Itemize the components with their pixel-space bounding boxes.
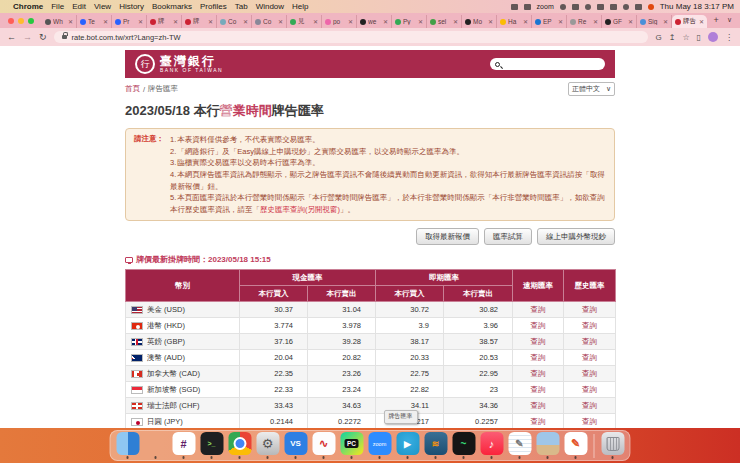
control-center-icon[interactable]: [635, 4, 642, 10]
back-button[interactable]: ←: [7, 32, 16, 42]
dock-item-telegram[interactable]: ▶: [396, 432, 420, 459]
bookmark-star-icon[interactable]: ☆: [682, 33, 689, 42]
rate-calculator-button[interactable]: 匯率試算: [484, 228, 532, 245]
browser-menu-icon[interactable]: ⋮: [725, 33, 733, 42]
browser-tab-6[interactable]: Co✕: [252, 15, 287, 28]
dock-item-finder[interactable]: [116, 432, 140, 459]
forward-query-link[interactable]: 查詢: [531, 417, 546, 426]
spotlight-icon[interactable]: [623, 4, 629, 10]
tab-close-icon[interactable]: ✕: [663, 18, 668, 25]
camera-icon[interactable]: [560, 4, 566, 10]
minimize-window-button[interactable]: [18, 18, 24, 24]
dock-item-preview[interactable]: [536, 432, 560, 459]
wifi-icon[interactable]: [572, 4, 579, 10]
record-indicator-icon[interactable]: [648, 4, 654, 10]
browser-tab-5[interactable]: Co✕: [217, 15, 252, 28]
menu-item-history[interactable]: History: [119, 2, 144, 11]
browser-tab-16[interactable]: GF✕: [602, 15, 637, 28]
dock-item-terminal[interactable]: >_: [200, 432, 224, 459]
browser-tab-4[interactable]: 牌✕: [182, 15, 217, 28]
history-query-link[interactable]: 查詢: [582, 321, 597, 330]
shield-icon[interactable]: [524, 4, 531, 10]
tab-close-icon[interactable]: ✕: [313, 18, 318, 25]
browser-tab-3[interactable]: 牌✕: [147, 15, 182, 28]
dock-item-textedit[interactable]: ✎: [508, 432, 532, 459]
url-text[interactable]: rate.bot.com.tw/xrt?Lang=zh-TW: [72, 33, 181, 42]
breadcrumb-home-link[interactable]: 首頁: [125, 84, 140, 94]
tab-close-icon[interactable]: ✕: [278, 18, 283, 25]
menu-item-chrome[interactable]: Chrome: [13, 2, 43, 11]
menu-clock[interactable]: Thu May 18 3:17 PM: [660, 2, 734, 11]
forward-query-link[interactable]: 查詢: [531, 321, 546, 330]
browser-tab-7[interactable]: 見✕: [287, 15, 322, 28]
site-search-input[interactable]: [490, 58, 605, 70]
menu-item-help[interactable]: Help: [292, 2, 308, 11]
tab-close-icon[interactable]: ✕: [523, 18, 528, 25]
tab-close-icon[interactable]: ✕: [453, 18, 458, 25]
forward-query-link[interactable]: 查詢: [531, 353, 546, 362]
history-query-link[interactable]: 查詢: [582, 369, 597, 378]
bluetooth-icon[interactable]: [585, 4, 591, 10]
forward-query-link[interactable]: 查詢: [531, 401, 546, 410]
history-query-link[interactable]: 查詢: [582, 385, 597, 394]
language-select[interactable]: 正體中文 ∨: [568, 82, 615, 96]
browser-tab-10[interactable]: Py✕: [392, 15, 427, 28]
tab-close-icon[interactable]: ✕: [593, 18, 598, 25]
menu-item-tab[interactable]: Tab: [235, 2, 248, 11]
browser-tab-11[interactable]: sel✕: [427, 15, 462, 28]
forward-query-link[interactable]: 查詢: [531, 369, 546, 378]
new-tab-button[interactable]: +: [714, 15, 719, 25]
browser-tab-15[interactable]: Re✕: [567, 15, 602, 28]
dock-item-chrome[interactable]: [228, 432, 252, 459]
menu-item-profiles[interactable]: Profiles: [200, 2, 227, 11]
get-latest-quote-button[interactable]: 取得最新報價: [416, 228, 479, 245]
share-icon[interactable]: ↥: [669, 33, 676, 42]
zoom-window-button[interactable]: [28, 18, 34, 24]
dock-item-slack[interactable]: #: [172, 432, 196, 459]
tab-close-icon[interactable]: ✕: [418, 18, 423, 25]
zoom-menu-label[interactable]: zoom: [537, 3, 554, 10]
menu-item-bookmarks[interactable]: Bookmarks: [152, 2, 192, 11]
tab-close-icon[interactable]: ✕: [68, 18, 73, 25]
forward-button[interactable]: →: [23, 32, 32, 42]
buy-foreign-cash-button[interactable]: 線上申購外幣現鈔: [537, 228, 615, 245]
dock-item-pen[interactable]: ✎: [564, 432, 588, 459]
sync-icon[interactable]: [610, 4, 617, 10]
history-query-link[interactable]: 查詢: [582, 417, 597, 426]
tab-close-icon[interactable]: ✕: [138, 18, 143, 25]
browser-tab-12[interactable]: Mo✕: [462, 15, 497, 28]
address-bar[interactable]: rate.bot.com.tw/xrt?Lang=zh-TW: [54, 31, 649, 43]
browser-tab-2[interactable]: Pr✕: [112, 15, 147, 28]
tab-close-icon[interactable]: ✕: [699, 18, 704, 25]
browser-tab-18[interactable]: 牌告✕: [672, 15, 707, 28]
dock-item-mysql[interactable]: ≋: [424, 432, 448, 459]
browser-tab-17[interactable]: Sig✕: [637, 15, 672, 28]
history-query-link[interactable]: 查詢: [582, 353, 597, 362]
browser-tab-0[interactable]: Wh✕: [42, 15, 77, 28]
history-query-link[interactable]: 查詢: [582, 305, 597, 314]
history-query-link[interactable]: 查詢: [582, 337, 597, 346]
forward-query-link[interactable]: 查詢: [531, 337, 546, 346]
tab-close-icon[interactable]: ✕: [348, 18, 353, 25]
tab-search-chevron-icon[interactable]: ∨: [727, 16, 732, 24]
tab-close-icon[interactable]: ✕: [208, 18, 213, 25]
dock-item-music[interactable]: ♪: [480, 432, 504, 459]
browser-tab-13[interactable]: Ha✕: [497, 15, 532, 28]
dock-item-trash[interactable]: [601, 432, 625, 459]
tab-close-icon[interactable]: ✕: [488, 18, 493, 25]
close-window-button[interactable]: [8, 18, 14, 24]
dock-item-pycharm[interactable]: PC: [340, 432, 364, 459]
dock-item-launchpad[interactable]: [144, 432, 168, 459]
forward-query-link[interactable]: 查詢: [531, 385, 546, 394]
profile-avatar[interactable]: [708, 32, 718, 42]
side-panel-icon[interactable]: ▯: [697, 33, 701, 42]
bank-logo[interactable]: 行 臺灣銀行 BANK OF TAIWAN: [135, 54, 223, 74]
dock-item-settings[interactable]: ⚙: [256, 432, 280, 459]
menu-item-file[interactable]: File: [51, 2, 64, 11]
tab-close-icon[interactable]: ✕: [173, 18, 178, 25]
tab-close-icon[interactable]: ✕: [558, 18, 563, 25]
menu-item-view[interactable]: View: [94, 2, 111, 11]
tab-close-icon[interactable]: ✕: [243, 18, 248, 25]
browser-tab-1[interactable]: Te✕: [77, 15, 112, 28]
dock-item-zoom[interactable]: zoom: [368, 432, 392, 459]
